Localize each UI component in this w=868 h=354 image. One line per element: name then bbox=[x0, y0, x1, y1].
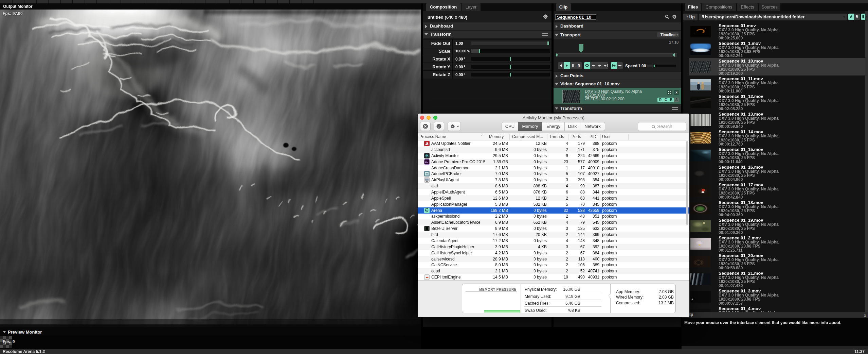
svg-text:Pr: Pr bbox=[425, 161, 428, 164]
svg-text:R: R bbox=[578, 64, 580, 68]
